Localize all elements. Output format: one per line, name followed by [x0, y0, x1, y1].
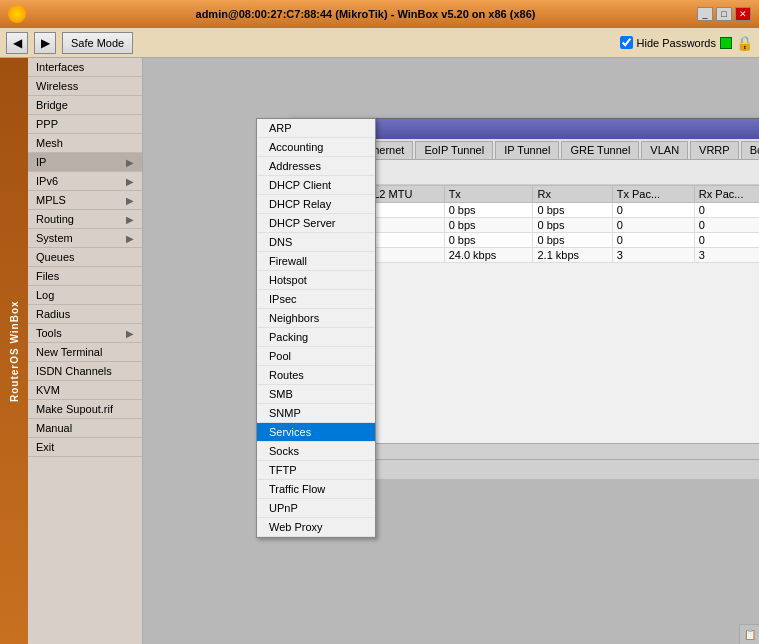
sidebar-item-label: Manual	[36, 422, 72, 434]
context-menu-item-arp[interactable]: ARP	[257, 119, 375, 138]
context-menu-item-web-proxy[interactable]: Web Proxy	[257, 518, 375, 537]
table-cell-1-2: 0 bps	[444, 218, 533, 233]
sidebar-item-label: Radius	[36, 308, 70, 320]
sidebar-item-label: Files	[36, 270, 59, 282]
table-col-rx-pac---[interactable]: Rx Pac...	[694, 186, 759, 203]
tab-ip-tunnel[interactable]: IP Tunnel	[495, 141, 559, 159]
submenu-arrow-icon: ▶	[126, 157, 134, 168]
sidebar-item-ipv6[interactable]: IPv6▶	[28, 172, 142, 191]
sidebar-item-manual[interactable]: Manual	[28, 419, 142, 438]
context-menu-item-snmp[interactable]: SNMP	[257, 404, 375, 423]
sidebar-item-system[interactable]: System▶	[28, 229, 142, 248]
sidebar-item-log[interactable]: Log	[28, 286, 142, 305]
hide-passwords-container: Hide Passwords 🔒	[620, 35, 753, 51]
context-menu-item-ipsec[interactable]: IPsec	[257, 290, 375, 309]
sidebar-item-ppp[interactable]: PPP	[28, 115, 142, 134]
sidebar-item-label: Make Supout.rif	[36, 403, 113, 415]
sidebar-item-label: IPv6	[36, 175, 58, 187]
context-menu-item-upnp[interactable]: UPnP	[257, 499, 375, 518]
table-cell-1-4: 0	[612, 218, 694, 233]
sidebar-item-label: Interfaces	[36, 61, 84, 73]
tab-gre-tunnel[interactable]: GRE Tunnel	[561, 141, 639, 159]
window-controls: _ □ ✕	[697, 7, 751, 21]
tab-vrrp[interactable]: VRRP	[690, 141, 739, 159]
table-col-l2-mtu[interactable]: L2 MTU	[369, 186, 444, 203]
title-bar: admin@08:00:27:C7:88:44 (MikroTik) - Win…	[0, 0, 759, 28]
submenu-arrow-icon: ▶	[126, 195, 134, 206]
context-menu-item-socks[interactable]: Socks	[257, 442, 375, 461]
submenu-arrow-icon: ▶	[126, 233, 134, 244]
sidebar-item-interfaces[interactable]: Interfaces	[28, 58, 142, 77]
tab-vlan[interactable]: VLAN	[641, 141, 688, 159]
sidebar-item-mpls[interactable]: MPLS▶	[28, 191, 142, 210]
table-cell-3-1	[369, 248, 444, 263]
table-cell-0-2: 0 bps	[444, 203, 533, 218]
ip-context-menu: ARPAccountingAddressesDHCP ClientDHCP Re…	[256, 118, 376, 538]
context-menu-item-accounting[interactable]: Accounting	[257, 138, 375, 157]
sidebar-item-label: KVM	[36, 384, 60, 396]
table-cell-2-5: 0	[694, 233, 759, 248]
sidebar-item-label: MPLS	[36, 194, 66, 206]
context-menu-item-smb[interactable]: SMB	[257, 385, 375, 404]
hide-passwords-checkbox[interactable]	[620, 36, 633, 49]
context-menu-item-routes[interactable]: Routes	[257, 366, 375, 385]
table-cell-3-2: 24.0 kbps	[444, 248, 533, 263]
sidebar-item-label: Bridge	[36, 99, 68, 111]
app-icon	[8, 5, 26, 23]
context-menu-item-hotspot[interactable]: Hotspot	[257, 271, 375, 290]
connection-status-indicator	[720, 37, 732, 49]
sidebar-item-label: Log	[36, 289, 54, 301]
sidebar-item-mesh[interactable]: Mesh	[28, 134, 142, 153]
sidebar-item-tools[interactable]: Tools▶	[28, 324, 142, 343]
table-cell-0-4: 0	[612, 203, 694, 218]
sidebar-item-make-supout[interactable]: Make Supout.rif	[28, 400, 142, 419]
table-cell-1-1	[369, 218, 444, 233]
close-button[interactable]: ✕	[735, 7, 751, 21]
sidebar-item-radius[interactable]: Radius	[28, 305, 142, 324]
sidebar-item-files[interactable]: Files	[28, 267, 142, 286]
sidebar-item-new-terminal[interactable]: New Terminal	[28, 343, 142, 362]
tab-eoip-tunnel[interactable]: EoIP Tunnel	[415, 141, 493, 159]
context-menu-item-services[interactable]: Services	[257, 423, 375, 442]
context-menu-item-tftp[interactable]: TFTP	[257, 461, 375, 480]
sidebar-item-kvm[interactable]: KVM	[28, 381, 142, 400]
table-col-tx-pac---[interactable]: Tx Pac...	[612, 186, 694, 203]
table-cell-0-3: 0 bps	[533, 203, 612, 218]
context-menu-item-addresses[interactable]: Addresses	[257, 157, 375, 176]
forward-button[interactable]: ▶	[34, 32, 56, 54]
sidebar-item-label: Mesh	[36, 137, 63, 149]
safe-mode-button[interactable]: Safe Mode	[62, 32, 133, 54]
sidebar-item-label: Exit	[36, 441, 54, 453]
context-menu-item-firewall[interactable]: Firewall	[257, 252, 375, 271]
table-cell-0-5: 0	[694, 203, 759, 218]
context-menu-item-dhcp-client[interactable]: DHCP Client	[257, 176, 375, 195]
context-menu-item-pool[interactable]: Pool	[257, 347, 375, 366]
context-menu-item-traffic-flow[interactable]: Traffic Flow	[257, 480, 375, 499]
table-col-rx[interactable]: Rx	[533, 186, 612, 203]
table-cell-2-2: 0 bps	[444, 233, 533, 248]
table-cell-3-3: 2.1 kbps	[533, 248, 612, 263]
tab-bonding[interactable]: Bonding	[741, 141, 759, 159]
submenu-arrow-icon: ▶	[126, 328, 134, 339]
context-menu-item-packing[interactable]: Packing	[257, 328, 375, 347]
back-button[interactable]: ◀	[6, 32, 28, 54]
context-menu-item-dhcp-server[interactable]: DHCP Server	[257, 214, 375, 233]
table-cell-3-4: 3	[612, 248, 694, 263]
sidebar-item-ip[interactable]: IP▶	[28, 153, 142, 172]
sidebar-item-bridge[interactable]: Bridge	[28, 96, 142, 115]
sidebar-item-exit[interactable]: Exit	[28, 438, 142, 457]
submenu-arrow-icon: ▶	[126, 214, 134, 225]
table-cell-3-5: 3	[694, 248, 759, 263]
maximize-button[interactable]: □	[716, 7, 732, 21]
sidebar-item-wireless[interactable]: Wireless	[28, 77, 142, 96]
minimize-button[interactable]: _	[697, 7, 713, 21]
sidebar-item-routing[interactable]: Routing▶	[28, 210, 142, 229]
sidebar-item-label: Routing	[36, 213, 74, 225]
table-col-tx[interactable]: Tx	[444, 186, 533, 203]
context-menu-item-neighbors[interactable]: Neighbors	[257, 309, 375, 328]
context-menu-item-dhcp-relay[interactable]: DHCP Relay	[257, 195, 375, 214]
sidebar-item-label: PPP	[36, 118, 58, 130]
sidebar-item-queues[interactable]: Queues	[28, 248, 142, 267]
context-menu-item-dns[interactable]: DNS	[257, 233, 375, 252]
sidebar-item-isdn-channels[interactable]: ISDN Channels	[28, 362, 142, 381]
